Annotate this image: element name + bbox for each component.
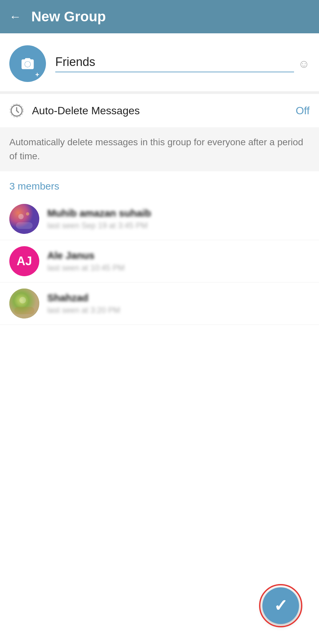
member-info: Ale Janus last seen at 10:45 PM	[47, 250, 310, 273]
member-info: Muhib amazan suhaib last seen Sep 19 at …	[47, 208, 310, 230]
members-section: 3 members	[0, 171, 319, 192]
check-icon: ✓	[274, 596, 288, 615]
avatar-initials: AJ	[17, 254, 32, 268]
camera-icon	[20, 56, 35, 71]
member-name: Shahzad	[47, 292, 310, 304]
svg-rect-9	[14, 307, 34, 314]
member-name: Muhib amazan suhaib	[47, 208, 310, 219]
svg-point-5	[26, 212, 29, 216]
list-item[interactable]: Shahzad last seen at 3:20 PM	[0, 283, 319, 325]
auto-delete-icon	[9, 103, 24, 118]
avatar-image-3	[9, 289, 39, 319]
svg-rect-6	[16, 222, 33, 229]
fab-container: ✓	[262, 587, 299, 624]
svg-point-3	[9, 204, 39, 234]
info-box: Automatically delete messages in this gr…	[0, 127, 319, 171]
page-title: New Group	[31, 9, 106, 25]
create-group-button[interactable]: ✓	[262, 587, 299, 624]
svg-point-8	[19, 297, 26, 304]
avatar: AJ	[9, 246, 39, 276]
info-box-text: Automatically delete messages in this gr…	[9, 137, 303, 161]
plus-badge: +	[35, 71, 42, 78]
member-name: Ale Janus	[47, 250, 310, 261]
member-status: last seen at 10:45 PM	[47, 263, 310, 273]
emoji-button[interactable]: ☺	[298, 57, 310, 70]
members-count: 3 members	[9, 181, 310, 192]
member-status: last seen Sep 19 at 3:45 PM	[47, 221, 310, 230]
avatar	[9, 204, 39, 234]
back-button[interactable]: ←	[9, 10, 21, 24]
header: ← New Group	[0, 0, 319, 33]
member-status: last seen at 3:20 PM	[47, 306, 310, 315]
avatar	[9, 289, 39, 319]
group-name-section: + ☺	[0, 33, 319, 91]
divider-1	[0, 91, 319, 94]
auto-delete-label: Auto-Delete Messages	[32, 105, 288, 117]
svg-point-1	[16, 110, 17, 111]
auto-delete-row[interactable]: Auto-Delete Messages Off	[0, 94, 319, 127]
member-list: Muhib amazan suhaib last seen Sep 19 at …	[0, 198, 319, 325]
list-item[interactable]: AJ Ale Janus last seen at 10:45 PM	[0, 240, 319, 283]
group-name-input-wrapper: ☺	[55, 55, 310, 72]
group-name-input[interactable]	[55, 55, 294, 72]
avatar-image-1	[9, 204, 39, 234]
avatar-upload-button[interactable]: +	[9, 45, 46, 82]
list-item[interactable]: Muhib amazan suhaib last seen Sep 19 at …	[0, 198, 319, 240]
member-info: Shahzad last seen at 3:20 PM	[47, 292, 310, 315]
auto-delete-value[interactable]: Off	[296, 105, 310, 117]
svg-point-4	[18, 214, 24, 219]
